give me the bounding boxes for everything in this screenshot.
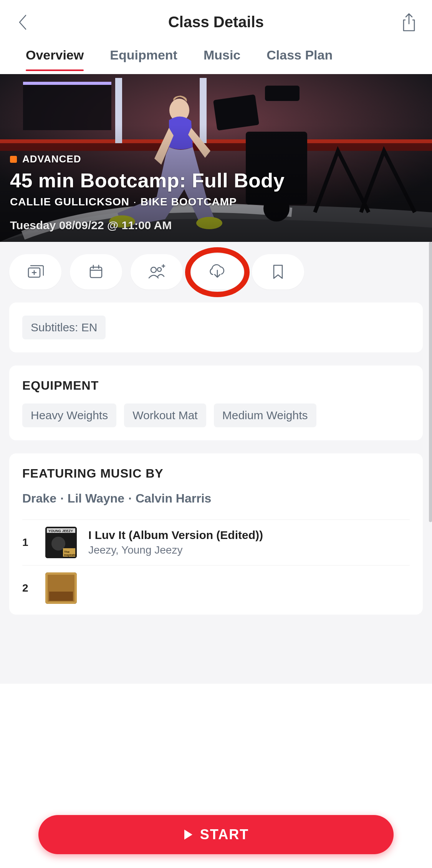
content-area: Subtitles: EN EQUIPMENT Heavy Weights Wo…	[0, 242, 432, 684]
stack-icon	[27, 264, 44, 279]
chevron-left-icon	[17, 13, 30, 31]
artist: Drake	[22, 491, 56, 505]
album-art: YOUNG JEEZYTheInspiration	[45, 527, 77, 558]
download-button[interactable]	[191, 254, 243, 289]
tab-class-plan[interactable]: Class Plan	[266, 48, 333, 71]
difficulty-label: ADVANCED	[22, 153, 81, 165]
svg-rect-30	[49, 592, 73, 601]
class-title: 45 min Bootcamp: Full Body	[10, 169, 422, 192]
difficulty-badge: ADVANCED	[10, 153, 422, 165]
action-row	[9, 254, 423, 289]
class-subtitle: CALLIE GULLICKSON·BIKE BOOTCAMP	[10, 196, 422, 208]
svg-rect-18	[90, 267, 102, 278]
stack-button[interactable]	[9, 254, 61, 289]
schedule-button[interactable]	[70, 254, 122, 289]
hero-image: ADVANCED 45 min Bootcamp: Full Body CALL…	[0, 74, 432, 242]
class-category: BIKE BOOTCAMP	[141, 196, 237, 208]
subtitles-chip: Subtitles: EN	[22, 316, 106, 339]
svg-point-20	[157, 268, 161, 271]
bookmark-icon	[272, 264, 284, 280]
equipment-item: Workout Mat	[124, 403, 206, 427]
track-row[interactable]: 2	[22, 565, 410, 611]
artist: Calvin Harris	[136, 491, 211, 505]
calendar-icon	[88, 264, 104, 279]
invite-button[interactable]	[131, 254, 183, 289]
artist: Lil Wayne	[68, 491, 124, 505]
equipment-item: Medium Weights	[214, 403, 316, 427]
download-cloud-icon	[209, 264, 226, 279]
equipment-list: Heavy Weights Workout Mat Medium Weights	[22, 403, 410, 427]
track-title: I Luv It (Album Version (Edited))	[88, 529, 263, 542]
instructor-name: CALLIE GULLICKSON	[10, 196, 129, 208]
equipment-card: EQUIPMENT Heavy Weights Workout Mat Medi…	[9, 365, 423, 440]
scrollbar[interactable]	[429, 242, 432, 522]
share-button[interactable]	[397, 11, 420, 34]
tabs: Overview Equipment Music Class Plan	[0, 44, 432, 74]
subtitles-card: Subtitles: EN	[9, 303, 423, 352]
tab-equipment[interactable]: Equipment	[110, 48, 177, 71]
people-add-icon	[148, 264, 166, 279]
class-datetime: Tuesday 08/09/22 @ 11:00 AM	[10, 219, 422, 232]
tab-music[interactable]: Music	[204, 48, 240, 71]
bookmark-button[interactable]	[252, 254, 304, 289]
equipment-item: Heavy Weights	[22, 403, 116, 427]
album-art	[45, 572, 77, 604]
track-number: 1	[22, 536, 34, 549]
share-icon	[401, 12, 417, 32]
back-button[interactable]	[12, 11, 35, 34]
track-row[interactable]: 1 YOUNG JEEZYTheInspiration I Luv It (Al…	[22, 519, 410, 565]
hero-overlay: ADVANCED 45 min Bootcamp: Full Body CALL…	[0, 143, 432, 242]
track-artist: Jeezy, Young Jeezy	[88, 544, 263, 556]
equipment-heading: EQUIPMENT	[22, 379, 410, 393]
difficulty-icon	[10, 156, 17, 163]
track-number: 2	[22, 582, 34, 594]
music-heading: FEATURING MUSIC BY	[22, 466, 410, 481]
page-title: Class Details	[168, 13, 264, 31]
tab-overview[interactable]: Overview	[26, 48, 84, 71]
header: Class Details	[0, 0, 432, 44]
music-card: FEATURING MUSIC BY Drake·Lil Wayne·Calvi…	[9, 453, 423, 615]
svg-text:YOUNG JEEZY: YOUNG JEEZY	[48, 529, 73, 533]
svg-point-19	[151, 267, 156, 273]
svg-text:The: The	[64, 550, 70, 554]
featured-artists: Drake·Lil Wayne·Calvin Harris	[22, 491, 410, 506]
svg-text:Inspiration: Inspiration	[64, 554, 77, 557]
